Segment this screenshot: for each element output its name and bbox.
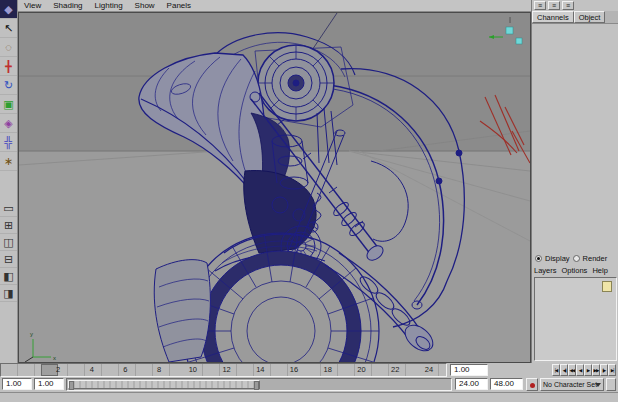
panel-icon-row: ≡≡≡ xyxy=(534,1,574,10)
rotate-tool[interactable]: ↻ xyxy=(0,76,17,95)
character-set-dropdown[interactable]: No Character Set xyxy=(540,378,604,391)
layout-column: ▭⊞◫⊟◧◨ xyxy=(0,200,17,302)
step-forward-frame-button[interactable]: |▶ xyxy=(600,364,608,376)
play-backwards-button[interactable]: ◀ xyxy=(576,364,584,376)
viewport-menu-view[interactable]: View xyxy=(18,0,47,11)
timeline-tick-2: 2 xyxy=(49,365,67,374)
transport-controls: |◀◀|◀◀◀▶▶▶|▶▶| xyxy=(552,364,616,376)
layout-four-pane[interactable]: ⊞ xyxy=(0,217,17,234)
layer-list-area[interactable] xyxy=(534,277,617,361)
axis-x-label: x xyxy=(53,355,56,361)
command-line-area[interactable] xyxy=(0,392,618,402)
channel-speed-medium-icon[interactable]: ≡ xyxy=(548,1,560,10)
render-radio-label: Render xyxy=(583,254,608,263)
channel-box-panel: ≡≡≡ ChannelsObject Display Render Layers… xyxy=(531,0,618,363)
timeline-tick-20: 20 xyxy=(352,365,370,374)
universal-manipulator-tool[interactable]: ◈ xyxy=(0,114,17,133)
layout-single-pane[interactable]: ▭ xyxy=(0,200,17,217)
last-tool-used[interactable]: ∗ xyxy=(0,152,17,171)
timeline-tick-22: 22 xyxy=(386,365,404,374)
axis-y-label: y xyxy=(30,331,33,337)
tool-column: ◆↖◌╋↻▣◈╬∗ xyxy=(0,0,18,363)
display-radio[interactable] xyxy=(535,255,542,262)
display-render-row: Display Render xyxy=(535,252,618,264)
viewport-menu-show[interactable]: Show xyxy=(129,0,161,11)
auto-keyframe-icon xyxy=(530,383,535,388)
channel-speed-slow-icon[interactable]: ≡ xyxy=(534,1,546,10)
layer-editor-menubar: LayersOptionsHelp xyxy=(534,264,618,276)
panel-tabs: ChannelsObject xyxy=(532,11,618,24)
timeline-tick-4: 4 xyxy=(83,365,101,374)
go-to-end-button[interactable]: ▶| xyxy=(608,364,616,376)
animation-end-field[interactable]: 48.00 xyxy=(490,378,523,390)
timeline-row: 24681012141618202224 1.00 |◀◀|◀◀◀▶▶▶|▶▶| xyxy=(0,363,618,377)
viewport-menu-lighting[interactable]: Lighting xyxy=(89,0,129,11)
timeline-tick-16: 16 xyxy=(285,365,303,374)
perspective-viewport[interactable]: y x xyxy=(18,12,531,363)
layer-menu-options[interactable]: Options xyxy=(562,266,588,275)
timeline-tick-8: 8 xyxy=(150,365,168,374)
auto-keyframe-button[interactable] xyxy=(526,378,538,391)
scale-tool[interactable]: ▣ xyxy=(0,95,17,114)
step-back-key-button[interactable]: ◀◀ xyxy=(568,364,576,376)
animation-start-field[interactable]: 1.00 xyxy=(2,378,32,390)
step-forward-key-button[interactable]: ▶▶ xyxy=(592,364,600,376)
viewport-canvas[interactable]: y x xyxy=(19,13,530,362)
layout-two-pane-stacked[interactable]: ⊟ xyxy=(0,251,17,268)
display-radio-label: Display xyxy=(545,254,570,263)
character-set-label: No Character Set xyxy=(543,381,597,388)
move-tool[interactable]: ╋ xyxy=(0,57,17,76)
playback-start-field[interactable]: 1.00 xyxy=(34,378,64,390)
tab-object[interactable]: Object xyxy=(574,11,606,23)
timeline-tick-24: 24 xyxy=(420,365,438,374)
render-radio[interactable] xyxy=(573,255,580,262)
layout-three-pane-split-left[interactable]: ◧ xyxy=(0,268,17,285)
show-manipulator-tool[interactable]: ╬ xyxy=(0,133,17,152)
lasso-select-tool[interactable]: ◌ xyxy=(0,38,17,57)
animation-preferences-button[interactable] xyxy=(606,378,616,391)
maya-window: ◆↖◌╋↻▣◈╬∗ ▭⊞◫⊟◧◨ ViewShadingLightingShow… xyxy=(0,0,618,402)
range-end-handle[interactable] xyxy=(254,381,259,390)
range-slider-row: 1.00 1.00 24.00 48.00 No Character Set xyxy=(0,377,618,392)
layout-two-pane-side-by-side[interactable]: ◫ xyxy=(0,234,17,251)
layout-three-pane-split-right[interactable]: ◨ xyxy=(0,285,17,302)
new-layer-icon[interactable] xyxy=(602,281,612,292)
chevron-down-icon xyxy=(595,383,601,387)
step-back-frame-button[interactable]: ◀| xyxy=(560,364,568,376)
timeline-tick-14: 14 xyxy=(251,365,269,374)
timeline-tick-18: 18 xyxy=(319,365,337,374)
viewport-menu-shading[interactable]: Shading xyxy=(47,0,88,11)
range-slider-bar[interactable] xyxy=(68,380,260,389)
timeline-tick-6: 6 xyxy=(116,365,134,374)
timeline-tick-12: 12 xyxy=(218,365,236,374)
range-slider-track[interactable] xyxy=(66,378,452,391)
go-to-start-button[interactable]: |◀ xyxy=(552,364,560,376)
channel-speed-fast-icon[interactable]: ≡ xyxy=(562,1,574,10)
select-tool[interactable]: ↖ xyxy=(0,19,17,38)
layer-menu-layers[interactable]: Layers xyxy=(534,266,557,275)
maya-logo-icon[interactable]: ◆ xyxy=(0,0,17,19)
playback-end-field[interactable]: 24.00 xyxy=(455,378,488,390)
current-time-field[interactable]: 1.00 xyxy=(450,364,488,376)
viewport-menubar: ViewShadingLightingShowPanels xyxy=(18,0,531,12)
range-start-handle[interactable] xyxy=(69,381,74,390)
layer-menu-help[interactable]: Help xyxy=(592,266,607,275)
timeline-tick-10: 10 xyxy=(184,365,202,374)
play-forwards-button[interactable]: ▶ xyxy=(584,364,592,376)
viewport-menu-panels[interactable]: Panels xyxy=(161,0,197,11)
time-slider[interactable]: 24681012141618202224 xyxy=(0,363,447,377)
channel-list-area[interactable] xyxy=(533,24,617,250)
tab-channels[interactable]: Channels xyxy=(532,11,574,23)
